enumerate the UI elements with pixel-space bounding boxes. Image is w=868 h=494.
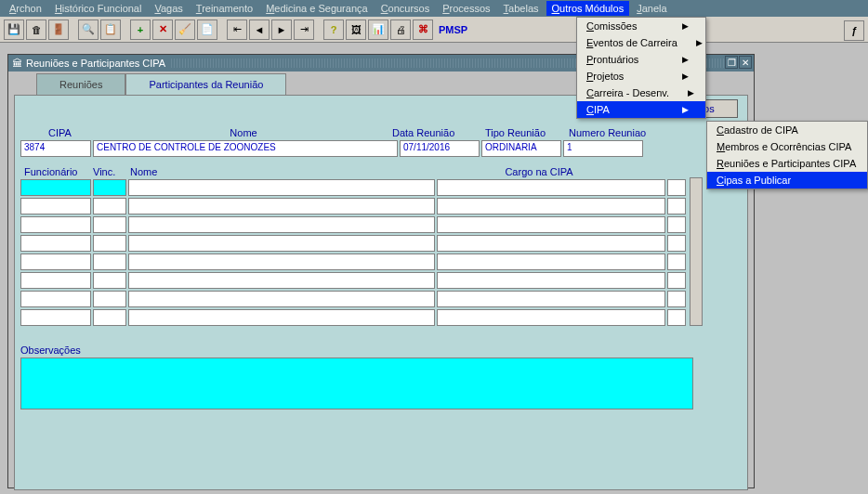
vinc-cell[interactable] [93,179,126,196]
grid-scrollbar[interactable] [690,177,703,326]
cipa-submenu: Cadastro de CIPA Membros e Ocorrências C… [706,121,868,189]
sub-header-row: Funcionário Vinc. Nome Cargo na CIPA [20,166,742,177]
last-icon[interactable]: ⇥ [294,20,314,40]
menubar: Archon Histórico Funcional Vagas Treinam… [0,0,868,17]
col-numero-label: Numero Reuniao [569,127,662,138]
remove-icon[interactable]: ✕ [152,20,173,40]
sub-nome-label: Nome [130,166,446,177]
menu-archon[interactable]: Archon [4,1,47,16]
extra-cell[interactable] [667,179,686,196]
first-icon[interactable]: ⇤ [227,20,247,40]
menu-cadastro-cipa[interactable]: Cadastro de CIPA [707,122,867,138]
menu-projetos[interactable]: Projetos▶ [577,68,705,84]
delete-icon[interactable]: 🗑 [26,20,46,40]
menu-historico[interactable]: Histórico Funcional [49,1,148,16]
cargo-cell[interactable] [437,179,665,196]
tipo-field[interactable]: ORDINARIA [481,140,561,157]
clear-icon[interactable]: 🧹 [175,20,195,40]
menu-membros-ocorrencias[interactable]: Membros e Ocorrências CIPA [707,138,867,155]
next-icon[interactable]: ► [271,20,292,40]
exit-icon[interactable]: 🚪 [48,20,69,40]
chevron-right-icon: ▶ [682,55,689,64]
nome-field[interactable]: CENTRO DE CONTROLE DE ZOONOZES [93,140,398,157]
help-icon[interactable]: ? [323,20,344,40]
func-cell[interactable] [20,179,91,196]
outros-modulos-menu: Comissões▶ Eventos de Carreira▶ Prontuár… [576,17,706,119]
menu-comissoes[interactable]: Comissões▶ [577,18,705,34]
inner-window: 🏛 Reuniões e Participantes CIPA ❐ ✕ Reun… [7,54,755,488]
menu-reunioes-participantes[interactable]: Reuniões e Participantes CIPA [707,155,867,172]
window-title: Reuniões e Participantes CIPA [26,58,165,69]
tab-participantes[interactable]: Participantes da Reunião [125,73,286,95]
toolbar: 💾 🗑 🚪 🔍 📋 + ✕ 🧹 📄 ⇤ ◄ ► ⇥ ? 🖼 📊 🖨 ⌘ PMSP [0,17,868,43]
prev-icon[interactable]: ◄ [249,20,270,40]
brand-label: PMSP [439,24,467,35]
obs-label: Observações [20,344,742,356]
menu-eventos-carreira[interactable]: Eventos de Carreira▶ [577,34,705,51]
table-row[interactable] [20,198,686,214]
table-row[interactable] [20,216,686,233]
chevron-right-icon: ▶ [682,21,689,31]
add-icon[interactable]: + [130,20,151,40]
obs-textarea[interactable] [20,358,693,410]
restore-icon[interactable]: ❐ [725,56,738,69]
app-window: Archon Histórico Funcional Vagas Treinam… [0,0,868,494]
table-row[interactable] [20,179,686,196]
col-tipo-label: Tipo Reunião [485,127,569,138]
col-data-label: Data Reunião [392,127,485,138]
menu-carreira-desenv[interactable]: Carreira - Desenv.▶ [577,84,705,101]
copy-icon[interactable]: 📄 [197,20,217,40]
menu-tabelas[interactable]: Tabelas [498,1,545,16]
save-icon[interactable]: 💾 [4,20,24,40]
main-header-row: CIPA Nome Data Reunião Tipo Reunião Nume… [20,127,742,138]
menu-prontuarios[interactable]: Prontuários▶ [577,51,705,68]
menu-medicina[interactable]: Medicina e Segurança [260,1,373,16]
nome-cell[interactable] [128,179,435,196]
table-row[interactable] [20,309,686,326]
col-cipa-label: CIPA [20,127,95,138]
sub-vinc-label: Vinc. [93,166,130,177]
menu-processos[interactable]: Processos [437,1,495,16]
menu-outros-modulos[interactable]: Outros Módulos [546,1,630,16]
tab-reunioes[interactable]: Reuniões [36,73,125,95]
menu-vagas[interactable]: Vagas [149,1,188,16]
main-data-row: 3874 CENTRO DE CONTROLE DE ZOONOZES 07/1… [20,140,742,157]
chevron-right-icon: ▶ [682,105,689,114]
chevron-right-icon: ▶ [688,88,694,98]
menu-cipa[interactable]: CIPA▶ [577,101,705,118]
cipa-field[interactable]: 3874 [20,140,91,157]
numero-field[interactable]: 1 [563,140,643,157]
menu-cipas-publicar[interactable]: Cipas a Publicar [707,172,867,188]
menu-janela[interactable]: Janela [631,1,672,16]
tool2-icon[interactable]: 📊 [368,20,388,40]
list-icon[interactable]: 📋 [100,20,121,40]
col-nome-label: Nome [95,127,392,138]
sub-cargo-label: Cargo na CIPA [446,166,632,177]
content-panel: Inserir todos Membros CIPA Nome Data Reu… [14,95,748,490]
close-icon[interactable]: ✕ [739,56,752,69]
sub-func-label: Funcionário [20,166,93,177]
chevron-right-icon: ▶ [682,72,689,81]
table-row[interactable] [20,235,686,252]
search-icon[interactable]: 🔍 [78,20,99,40]
menu-treinamento[interactable]: Treinamento [191,1,258,16]
brand-icon[interactable]: ⌘ [413,20,433,40]
window-icon: 🏛 [12,58,22,69]
table-row[interactable] [20,254,686,270]
menu-concursos[interactable]: Concursos [375,1,436,16]
table-row[interactable] [20,291,686,307]
participants-grid [20,179,686,328]
print-icon[interactable]: 🖨 [390,20,411,40]
data-field[interactable]: 07/11/2016 [400,140,480,157]
table-row[interactable] [20,272,686,289]
tool1-icon[interactable]: 🖼 [346,20,366,40]
fx-button[interactable]: ƒ [844,20,864,41]
chevron-right-icon: ▶ [696,38,703,47]
